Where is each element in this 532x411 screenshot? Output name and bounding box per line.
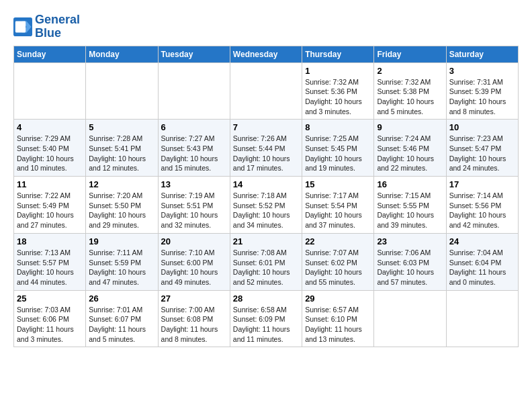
weekday-header-tuesday: Tuesday xyxy=(158,46,230,62)
day-number: 19 xyxy=(89,236,154,246)
day-number: 21 xyxy=(233,236,299,246)
calendar-cell xyxy=(86,62,158,120)
calendar-cell: 22Sunrise: 7:07 AM Sunset: 6:02 PM Dayli… xyxy=(302,233,374,290)
day-number: 4 xyxy=(17,122,83,132)
calendar-cell: 24Sunrise: 7:04 AM Sunset: 6:04 PM Dayli… xyxy=(446,233,518,290)
logo: General Blue xyxy=(13,13,80,40)
weekday-header-sunday: Sunday xyxy=(14,46,86,62)
day-number: 13 xyxy=(161,179,227,189)
calendar-cell: 20Sunrise: 7:10 AM Sunset: 6:00 PM Dayli… xyxy=(158,233,230,290)
day-number: 20 xyxy=(161,236,227,246)
calendar-cell: 21Sunrise: 7:08 AM Sunset: 6:01 PM Dayli… xyxy=(230,233,302,290)
day-info: Sunrise: 7:22 AM Sunset: 5:49 PM Dayligh… xyxy=(17,191,74,229)
calendar-cell: 16Sunrise: 7:15 AM Sunset: 5:55 PM Dayli… xyxy=(374,177,446,234)
day-info: Sunrise: 7:26 AM Sunset: 5:44 PM Dayligh… xyxy=(233,134,290,172)
day-number: 22 xyxy=(305,236,371,246)
day-info: Sunrise: 7:01 AM Sunset: 6:07 PM Dayligh… xyxy=(89,306,146,343)
day-info: Sunrise: 7:08 AM Sunset: 6:01 PM Dayligh… xyxy=(233,248,290,286)
day-info: Sunrise: 7:17 AM Sunset: 5:54 PM Dayligh… xyxy=(305,191,362,229)
day-number: 10 xyxy=(449,122,515,132)
day-info: Sunrise: 7:00 AM Sunset: 6:08 PM Dayligh… xyxy=(161,306,218,343)
calendar-cell xyxy=(14,62,86,120)
day-info: Sunrise: 7:32 AM Sunset: 5:36 PM Dayligh… xyxy=(305,78,362,116)
day-info: Sunrise: 7:25 AM Sunset: 5:45 PM Dayligh… xyxy=(305,134,362,172)
day-number: 6 xyxy=(161,122,227,132)
svg-rect-2 xyxy=(15,21,26,32)
day-number: 16 xyxy=(377,179,443,189)
calendar-cell xyxy=(230,62,302,120)
calendar-cell xyxy=(446,290,518,347)
day-info: Sunrise: 7:04 AM Sunset: 6:04 PM Dayligh… xyxy=(449,248,506,286)
day-number: 28 xyxy=(233,293,299,304)
calendar-cell: 28Sunrise: 6:58 AM Sunset: 6:09 PM Dayli… xyxy=(230,290,302,347)
day-number: 26 xyxy=(89,293,154,304)
weekday-header-wednesday: Wednesday xyxy=(230,46,302,62)
calendar-cell: 10Sunrise: 7:23 AM Sunset: 5:47 PM Dayli… xyxy=(446,120,518,177)
calendar-cell xyxy=(158,62,230,120)
calendar-cell: 7Sunrise: 7:26 AM Sunset: 5:44 PM Daylig… xyxy=(230,120,302,177)
day-number: 2 xyxy=(377,66,443,76)
day-number: 15 xyxy=(305,179,371,189)
calendar-cell: 3Sunrise: 7:31 AM Sunset: 5:39 PM Daylig… xyxy=(446,62,518,120)
day-info: Sunrise: 7:31 AM Sunset: 5:39 PM Dayligh… xyxy=(449,78,506,116)
calendar-cell: 29Sunrise: 6:57 AM Sunset: 6:10 PM Dayli… xyxy=(302,290,374,347)
day-info: Sunrise: 7:18 AM Sunset: 5:52 PM Dayligh… xyxy=(233,191,290,229)
calendar-cell: 23Sunrise: 7:06 AM Sunset: 6:03 PM Dayli… xyxy=(374,233,446,290)
calendar-cell: 25Sunrise: 7:03 AM Sunset: 6:06 PM Dayli… xyxy=(14,290,86,347)
day-number: 1 xyxy=(305,66,371,76)
day-info: Sunrise: 7:03 AM Sunset: 6:06 PM Dayligh… xyxy=(17,306,74,343)
day-number: 25 xyxy=(17,293,83,304)
calendar-cell: 2Sunrise: 7:32 AM Sunset: 5:38 PM Daylig… xyxy=(374,62,446,120)
day-info: Sunrise: 7:29 AM Sunset: 5:40 PM Dayligh… xyxy=(17,134,74,172)
weekday-header-monday: Monday xyxy=(86,46,158,62)
day-number: 29 xyxy=(305,293,371,304)
day-info: Sunrise: 7:07 AM Sunset: 6:02 PM Dayligh… xyxy=(305,248,362,286)
calendar-cell xyxy=(374,290,446,347)
day-number: 11 xyxy=(17,179,83,189)
day-info: Sunrise: 7:23 AM Sunset: 5:47 PM Dayligh… xyxy=(449,134,506,172)
day-info: Sunrise: 6:58 AM Sunset: 6:09 PM Dayligh… xyxy=(233,306,290,343)
calendar-cell: 4Sunrise: 7:29 AM Sunset: 5:40 PM Daylig… xyxy=(14,120,86,177)
calendar-cell: 9Sunrise: 7:24 AM Sunset: 5:46 PM Daylig… xyxy=(374,120,446,177)
weekday-header-friday: Friday xyxy=(374,46,446,62)
calendar-cell: 14Sunrise: 7:18 AM Sunset: 5:52 PM Dayli… xyxy=(230,177,302,234)
day-number: 14 xyxy=(233,179,299,189)
weekday-header-thursday: Thursday xyxy=(302,46,374,62)
calendar-cell: 8Sunrise: 7:25 AM Sunset: 5:45 PM Daylig… xyxy=(302,120,374,177)
day-info: Sunrise: 7:14 AM Sunset: 5:56 PM Dayligh… xyxy=(449,191,506,229)
day-number: 5 xyxy=(89,122,154,132)
day-info: Sunrise: 7:15 AM Sunset: 5:55 PM Dayligh… xyxy=(377,191,434,229)
calendar-cell: 26Sunrise: 7:01 AM Sunset: 6:07 PM Dayli… xyxy=(86,290,158,347)
calendar-cell: 5Sunrise: 7:28 AM Sunset: 5:41 PM Daylig… xyxy=(86,120,158,177)
calendar-cell: 19Sunrise: 7:11 AM Sunset: 5:59 PM Dayli… xyxy=(86,233,158,290)
calendar-cell: 18Sunrise: 7:13 AM Sunset: 5:57 PM Dayli… xyxy=(14,233,86,290)
day-info: Sunrise: 6:57 AM Sunset: 6:10 PM Dayligh… xyxy=(305,306,362,343)
day-info: Sunrise: 7:24 AM Sunset: 5:46 PM Dayligh… xyxy=(377,134,434,172)
calendar-cell: 27Sunrise: 7:00 AM Sunset: 6:08 PM Dayli… xyxy=(158,290,230,347)
general-blue-logo-icon xyxy=(13,17,32,36)
day-info: Sunrise: 7:06 AM Sunset: 6:03 PM Dayligh… xyxy=(377,248,434,286)
day-number: 17 xyxy=(449,179,515,189)
calendar-cell: 12Sunrise: 7:20 AM Sunset: 5:50 PM Dayli… xyxy=(86,177,158,234)
logo-text: General Blue xyxy=(35,13,80,40)
day-number: 9 xyxy=(377,122,443,132)
day-number: 18 xyxy=(17,236,83,246)
day-number: 7 xyxy=(233,122,299,132)
calendar-cell: 6Sunrise: 7:27 AM Sunset: 5:43 PM Daylig… xyxy=(158,120,230,177)
day-number: 23 xyxy=(377,236,443,246)
calendar-table: SundayMondayTuesdayWednesdayThursdayFrid… xyxy=(13,46,519,348)
calendar-cell: 17Sunrise: 7:14 AM Sunset: 5:56 PM Dayli… xyxy=(446,177,518,234)
day-number: 8 xyxy=(305,122,371,132)
calendar-cell: 13Sunrise: 7:19 AM Sunset: 5:51 PM Dayli… xyxy=(158,177,230,234)
day-info: Sunrise: 7:10 AM Sunset: 6:00 PM Dayligh… xyxy=(161,248,218,286)
calendar-cell: 1Sunrise: 7:32 AM Sunset: 5:36 PM Daylig… xyxy=(302,62,374,120)
calendar-cell: 15Sunrise: 7:17 AM Sunset: 5:54 PM Dayli… xyxy=(302,177,374,234)
day-info: Sunrise: 7:11 AM Sunset: 5:59 PM Dayligh… xyxy=(89,248,146,286)
day-info: Sunrise: 7:27 AM Sunset: 5:43 PM Dayligh… xyxy=(161,134,218,172)
day-number: 12 xyxy=(89,179,154,189)
calendar-cell: 11Sunrise: 7:22 AM Sunset: 5:49 PM Dayli… xyxy=(14,177,86,234)
day-number: 3 xyxy=(449,66,515,76)
day-info: Sunrise: 7:28 AM Sunset: 5:41 PM Dayligh… xyxy=(89,134,146,172)
day-info: Sunrise: 7:32 AM Sunset: 5:38 PM Dayligh… xyxy=(377,78,434,116)
day-info: Sunrise: 7:19 AM Sunset: 5:51 PM Dayligh… xyxy=(161,191,218,229)
